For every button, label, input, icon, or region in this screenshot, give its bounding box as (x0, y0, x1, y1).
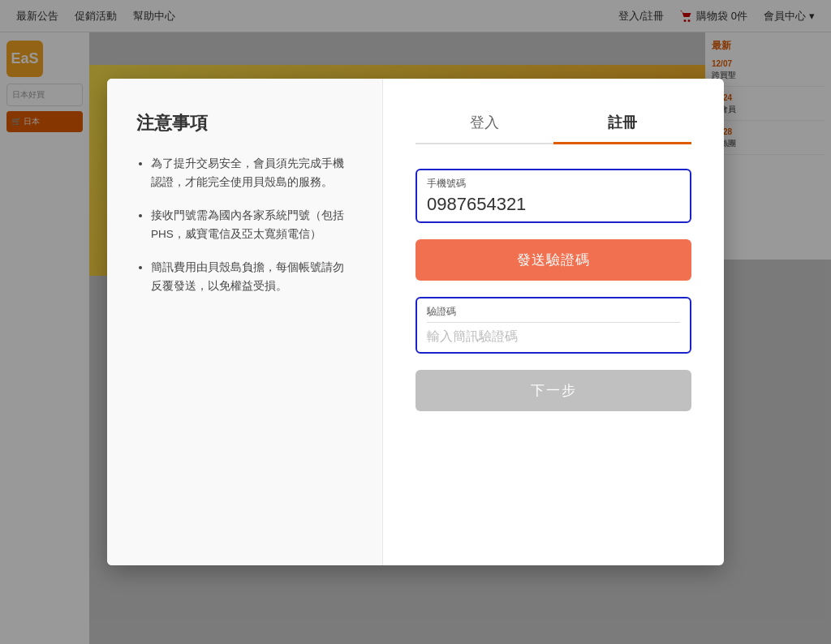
send-code-button[interactable]: 發送驗證碼 (416, 239, 691, 281)
notice-list: 為了提升交易安全，會員須先完成手機認證，才能完全使用貝殼島的服務。 接收門號需為… (136, 155, 353, 296)
modal-form-panel: 登入 註冊 手機號碼 發送驗證碼 驗證碼 下一步 (383, 79, 724, 565)
verify-field-group: 驗證碼 (416, 297, 691, 354)
notice-item-3: 簡訊費用由貝殼島負擔，每個帳號請勿反覆發送，以免權益受損。 (151, 259, 353, 296)
next-button[interactable]: 下一步 (416, 370, 691, 411)
modal-overlay: 注意事項 為了提升交易安全，會員須先完成手機認證，才能完全使用貝殼島的服務。 接… (0, 0, 831, 644)
verify-input[interactable] (427, 322, 680, 344)
phone-input[interactable] (427, 194, 680, 215)
tab-login[interactable]: 登入 (416, 103, 553, 144)
verify-label: 驗證碼 (427, 305, 680, 319)
phone-field-group: 手機號碼 (416, 169, 691, 223)
tab-register[interactable]: 註冊 (553, 103, 691, 144)
phone-label: 手機號碼 (427, 177, 680, 191)
notice-item-1: 為了提升交易安全，會員須先完成手機認證，才能完全使用貝殼島的服務。 (151, 155, 353, 192)
auth-tabs: 登入 註冊 (416, 103, 691, 144)
notice-item-2: 接收門號需為國內各家系統門號（包括PHS，威寶電信及亞太寬頻電信） (151, 207, 353, 244)
modal-notice-panel: 注意事項 為了提升交易安全，會員須先完成手機認證，才能完全使用貝殼島的服務。 接… (107, 79, 383, 565)
modal-dialog: 注意事項 為了提升交易安全，會員須先完成手機認證，才能完全使用貝殼島的服務。 接… (107, 79, 724, 565)
notice-title: 注意事項 (136, 111, 353, 135)
